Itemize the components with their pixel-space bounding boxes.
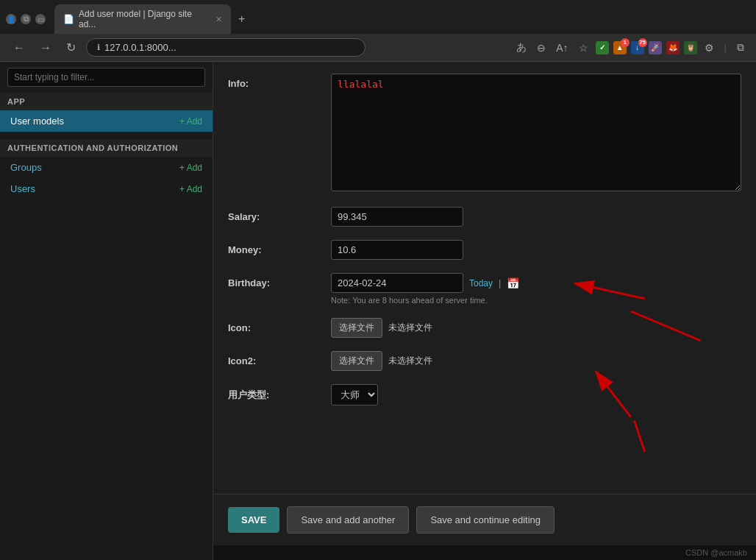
tab-icon: ▭: [35, 14, 46, 24]
icon2-file-row: 选择文件 未选择文件: [331, 351, 741, 371]
tab-close-button[interactable]: ✕: [215, 15, 222, 24]
form-area: Info: llalalal Salary: Money:: [213, 62, 756, 433]
extensions-icon[interactable]: ⚙: [702, 40, 717, 55]
save-button[interactable]: SAVE: [228, 507, 279, 533]
icon2-file-none: 未选择文件: [388, 355, 432, 367]
extension-purple[interactable]: 🚀: [649, 41, 662, 54]
address-text: 127.0.0.1:8000...: [104, 42, 176, 53]
window-icon: ⧉: [21, 14, 31, 24]
sidebar-item-label-users: Users: [10, 183, 35, 194]
back-button[interactable]: ←: [9, 40, 29, 56]
icon-file-none: 未选择文件: [388, 322, 432, 334]
browser-actions: あ ⊖ A↑ ☆ ✓ ▲ 1 ↓ 75 🚀 🦊 🦉 ⚙ | ⧉: [513, 40, 747, 56]
icon2-label: Icon2:: [228, 351, 331, 366]
form-row-icon: Icon: 选择文件 未选择文件: [228, 318, 741, 338]
form-row-money: Money:: [228, 240, 741, 260]
browser-chrome: 👤 ⧉ ▭ 📄 Add user model | Django site ad.…: [0, 0, 756, 62]
sidebar-item-label-user-models: User models: [10, 116, 64, 127]
sidebar-section-app: APP: [0, 93, 213, 110]
ext-badge-orange: 1: [621, 38, 630, 47]
footer: CSDN @acmakb: [213, 545, 756, 560]
form-row-salary: Salary:: [228, 207, 741, 227]
profile-icon: 👤: [6, 14, 16, 24]
font-icon[interactable]: A↑: [553, 40, 571, 55]
star-icon[interactable]: ☆: [576, 40, 591, 55]
content-area: Info: llalalal Salary: Money:: [213, 62, 756, 494]
icon-control: 选择文件 未选择文件: [331, 318, 741, 338]
sidebar-item-users[interactable]: Users + Add: [0, 178, 213, 199]
save-another-button[interactable]: Save and add another: [287, 506, 409, 534]
extension-blue[interactable]: ↓ 75: [631, 41, 644, 54]
ext-badge-blue: 75: [638, 38, 647, 47]
icon-file-row: 选择文件 未选择文件: [331, 318, 741, 338]
reload-button[interactable]: ↻: [62, 39, 80, 56]
tab-bar: 👤 ⧉ ▭ 📄 Add user model | Django site ad.…: [0, 0, 756, 34]
sidebar-add-users[interactable]: + Add: [179, 184, 202, 194]
calendar-icon[interactable]: 📅: [507, 277, 519, 289]
salary-control: [331, 207, 741, 227]
icon2-control: 选择文件 未选择文件: [331, 351, 741, 371]
footer-text: CSDN @acmakb: [685, 548, 747, 557]
new-tab-button[interactable]: +: [234, 11, 249, 27]
extension-owl[interactable]: 🦉: [684, 41, 697, 54]
birthday-control: Today | 📅 Note: You are 8 hours ahead of…: [331, 273, 741, 305]
address-bar: ← → ↻ ℹ 127.0.0.1:8000... あ ⊖ A↑ ☆ ✓ ▲ 1…: [0, 34, 756, 61]
salary-label: Salary:: [228, 207, 331, 222]
address-box[interactable]: ℹ 127.0.0.1:8000...: [86, 38, 365, 57]
usertype-control: 大师 新手 专家: [331, 384, 741, 405]
security-icon: ℹ: [97, 43, 100, 52]
save-continue-button[interactable]: Save and continue editing: [416, 506, 554, 534]
action-bar: SAVE Save and add another Save and conti…: [213, 494, 756, 545]
main-layout: APP User models + Add AUTHENTICATION AND…: [0, 62, 756, 560]
sidebar-item-user-models[interactable]: User models + Add: [0, 110, 213, 132]
money-control: [331, 240, 741, 260]
form-row-birthday: Birthday: Today | 📅 Note: You are 8 hour…: [228, 273, 741, 305]
form-row-info: Info: llalalal: [228, 74, 741, 194]
sidebar-item-label-groups: Groups: [10, 162, 42, 173]
info-textarea[interactable]: llalalal: [331, 74, 741, 191]
birthday-note: Note: You are 8 hours ahead of server ti…: [331, 296, 741, 305]
forward-button[interactable]: →: [35, 40, 56, 56]
today-link[interactable]: Today: [469, 278, 493, 288]
icon-choose-button[interactable]: 选择文件: [331, 318, 382, 338]
sidebar: APP User models + Add AUTHENTICATION AND…: [0, 62, 213, 560]
zoom-icon[interactable]: ⊖: [534, 40, 549, 55]
info-control: llalalal: [331, 74, 741, 194]
sidebar-filter-area: [0, 62, 213, 93]
sidebar-toggle-icon[interactable]: ⧉: [734, 40, 747, 55]
form-row-icon2: Icon2: 选择文件 未选择文件: [228, 351, 741, 371]
sidebar-add-groups[interactable]: + Add: [179, 163, 202, 173]
extension-green[interactable]: ✓: [596, 41, 609, 54]
date-row: Today | 📅: [331, 273, 741, 293]
birthday-input[interactable]: [331, 273, 463, 293]
usertype-select[interactable]: 大师 新手 专家: [331, 384, 378, 405]
sidebar-section-auth: AUTHENTICATION AND AUTHORIZATION: [0, 139, 213, 157]
active-tab[interactable]: 📄 Add user model | Django site ad... ✕: [54, 4, 231, 34]
form-row-usertype: 用户类型: 大师 新手 专家: [228, 384, 741, 405]
icon-label: Icon:: [228, 318, 331, 333]
tab-title: Add user model | Django site ad...: [79, 9, 211, 29]
salary-input[interactable]: [331, 207, 463, 227]
sidebar-item-groups[interactable]: Groups + Add: [0, 157, 213, 178]
extension-red[interactable]: 🦊: [666, 41, 680, 54]
window-controls: 👤 ⧉ ▭: [6, 14, 46, 24]
money-input[interactable]: [331, 240, 463, 260]
info-label: Info:: [228, 74, 331, 89]
tab-favicon: 📄: [63, 14, 74, 24]
money-label: Money:: [228, 240, 331, 255]
sidebar-filter-input[interactable]: [7, 68, 205, 87]
usertype-label: 用户类型:: [228, 384, 331, 402]
translate-icon[interactable]: あ: [513, 40, 529, 56]
sidebar-add-user-models[interactable]: + Add: [179, 116, 202, 127]
birthday-label: Birthday:: [228, 273, 331, 288]
icon2-choose-button[interactable]: 选择文件: [331, 351, 382, 371]
extension-orange[interactable]: ▲ 1: [613, 41, 627, 54]
